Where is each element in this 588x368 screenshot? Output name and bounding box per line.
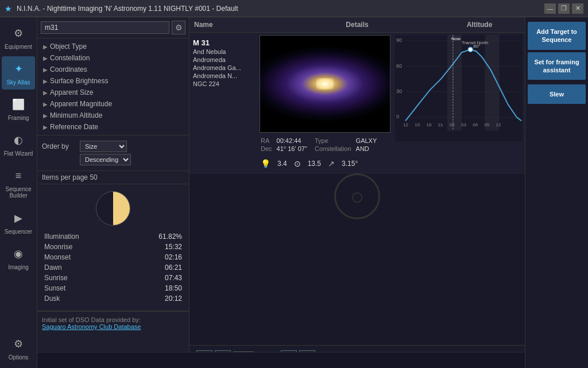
sidebar-item-equipment[interactable]: ⚙ Equipment <box>2 21 35 54</box>
sidebar-item-options[interactable]: ⚙ Options <box>2 331 35 365</box>
order-by-row: Order by Size Name RA Dec Magnitude <box>42 141 184 152</box>
dec-value: 41° 16' 07" <box>277 145 310 152</box>
framing-icon: ⬜ <box>10 96 26 113</box>
sidebar-item-sequencer[interactable]: ▶ Sequencer <box>2 206 35 239</box>
filter-arrow-icon: ▶ <box>43 44 48 50</box>
app-icon: ★ <box>5 4 12 13</box>
type-label: Type <box>315 137 351 144</box>
svg-text:06: 06 <box>473 122 478 127</box>
filter-arrow-icon: ▶ <box>43 101 48 107</box>
set-framing-button[interactable]: Set for framing assistant <box>528 52 586 80</box>
angle-value: 3.15° <box>342 160 358 168</box>
info-text: Initial set of DSO Data provided by: <box>42 316 184 323</box>
dawn-label: Dawn <box>44 264 62 272</box>
add-target-button[interactable]: Add Target to Sequence <box>528 22 586 50</box>
titlebar-title: N.I.N.A. - Nighttime Imaging 'N' Astrono… <box>17 5 238 13</box>
center-panel: Name Details Altitude M 31 And Nebula An… <box>189 17 525 368</box>
sequence-builder-icon: ≡ <box>10 168 26 184</box>
svg-text:21: 21 <box>438 122 443 127</box>
filter-arrow-icon: ▶ <box>43 67 48 73</box>
name-column: M 31 And Nebula Andromeda Andromeda Ga..… <box>189 33 257 93</box>
details-info: RA 00:42:44 Type GALXY Dec 41° 16' 07" C… <box>260 135 390 154</box>
dawn-row: Dawn 06:21 <box>42 262 184 273</box>
equipment-icon: ⚙ <box>10 25 26 41</box>
order-by-select[interactable]: Size Name RA Dec Magnitude <box>80 141 127 152</box>
app: ⚙ Equipment ✦ Sky Atlas ⬜ Framing ◐ Flat… <box>0 17 588 368</box>
sky-atlas-icon: ✦ <box>10 61 26 77</box>
svg-text:00: 00 <box>450 122 455 127</box>
dec-label: Dec <box>261 145 272 152</box>
titlebar-controls: — ❐ ✕ <box>544 3 583 14</box>
filter-constellation[interactable]: ▶ Constellation <box>37 52 189 64</box>
moon-light-half <box>113 192 130 225</box>
filter-arrow-icon: ▶ <box>43 55 48 61</box>
sidebar-item-framing[interactable]: ⬜ Framing <box>2 92 35 125</box>
filter-label-surface-brightness: Surface Brightness <box>50 77 108 85</box>
maximize-button[interactable]: ❐ <box>558 3 570 14</box>
order-by-label: Order by <box>42 142 76 150</box>
moonrise-label: Moonrise <box>44 243 72 251</box>
action-panel: Add Target to Sequence Set for framing a… <box>525 17 588 368</box>
filter-label-object-type: Object Type <box>50 42 87 51</box>
close-button[interactable]: ✕ <box>572 3 583 14</box>
details-bottom: 💡 3.4 ⊙ 13.5 ↗ 3.15° <box>260 157 390 171</box>
svg-text:60: 60 <box>396 63 402 69</box>
svg-text:09: 09 <box>484 122 489 127</box>
order-section: Order by Size Name RA Dec Magnitude Asce… <box>37 135 189 171</box>
sequencer-icon: ▶ <box>10 210 26 226</box>
sidebar-item-imaging[interactable]: ◉ Imaging <box>2 241 35 274</box>
constellation-label: Constellation <box>315 145 351 152</box>
header-details: Details <box>276 21 439 29</box>
altitude-svg: 90 60 30 0 <box>395 35 523 140</box>
order-direction-select[interactable]: Ascending Descending <box>80 154 131 165</box>
filter-reference-date[interactable]: ▶ Reference Date <box>37 121 189 133</box>
filter-arrow-icon: ▶ <box>43 78 48 84</box>
minimize-button[interactable]: — <box>544 3 556 14</box>
filter-coordinates[interactable]: ▶ Coordinates <box>37 64 189 75</box>
slew-button[interactable]: Slew <box>528 84 586 104</box>
main: ⚙ ▶ Object Type ▶ Constellation ▶ Coordi… <box>37 17 588 368</box>
filter-apparent-size[interactable]: ▶ Apparent Size <box>37 87 189 98</box>
empty-icon: ○ <box>334 173 380 219</box>
items-per-page: Items per page 50 <box>37 171 189 184</box>
search-input[interactable] <box>41 21 169 34</box>
moon-dark-half <box>96 192 113 225</box>
sunset-label: Sunset <box>44 284 65 292</box>
type-value: GALXY <box>356 137 389 144</box>
header-altitude: Altitude <box>439 21 520 29</box>
filter-apparent-magnitude[interactable]: ▶ Apparent Magnitude <box>37 98 189 110</box>
options-icon: ⚙ <box>10 336 26 352</box>
table-row[interactable]: M 31 And Nebula Andromeda Andromeda Ga..… <box>189 33 525 173</box>
galaxy-core <box>316 78 334 90</box>
sidebar-item-sky-atlas[interactable]: ✦ Sky Atlas <box>2 56 35 90</box>
object-name: M 31 <box>193 38 254 47</box>
filter-surface-brightness[interactable]: ▶ Surface Brightness <box>37 75 189 87</box>
filter-minimum-altitude[interactable]: ▶ Minimum Altitude <box>37 110 189 121</box>
titlebar: ★ N.I.N.A. - Nighttime Imaging 'N' Astro… <box>0 0 588 17</box>
sidebar-item-flat-wizard[interactable]: ◐ Flat Wizard <box>2 127 35 161</box>
size-value: 13.5 <box>308 160 321 168</box>
moonset-value: 02:16 <box>165 253 182 261</box>
filter-label-minimum-altitude: Minimum Altitude <box>50 111 102 119</box>
filter-label-apparent-size: Apparent Size <box>50 88 93 96</box>
dawn-value: 06:21 <box>165 264 182 272</box>
table-header: Name Details Altitude <box>189 17 525 33</box>
svg-text:Now: Now <box>451 36 461 41</box>
sidebar-label-sequence-builder: Sequence Builder <box>2 186 35 199</box>
moon-display <box>42 191 184 226</box>
details-column: RA 00:42:44 Type GALXY Dec 41° 16' 07" C… <box>257 33 393 173</box>
filter-label-reference-date: Reference Date <box>50 123 98 131</box>
sidebar-item-sequence-builder[interactable]: ≡ Sequence Builder <box>2 163 35 203</box>
svg-text:30: 30 <box>396 88 402 94</box>
size-icon: ⊙ <box>294 159 301 168</box>
saguaro-link[interactable]: Saguaro Astronomy Club Database <box>42 323 184 330</box>
filter-object-type[interactable]: ▶ Object Type <box>37 41 189 52</box>
moon-section: Illumination 61.82% Moonrise 15:32 Moons… <box>37 184 189 311</box>
sidebar-label-sequencer: Sequencer <box>5 228 32 235</box>
sidebar-label-equipment: Equipment <box>5 44 32 50</box>
svg-text:03: 03 <box>461 122 466 127</box>
search-settings-button[interactable]: ⚙ <box>172 21 185 34</box>
alt-name-3: Andromeda Ga... <box>193 64 254 71</box>
brightness-value: 3.4 <box>277 160 287 168</box>
altitude-chart: 90 60 30 0 <box>395 35 523 141</box>
